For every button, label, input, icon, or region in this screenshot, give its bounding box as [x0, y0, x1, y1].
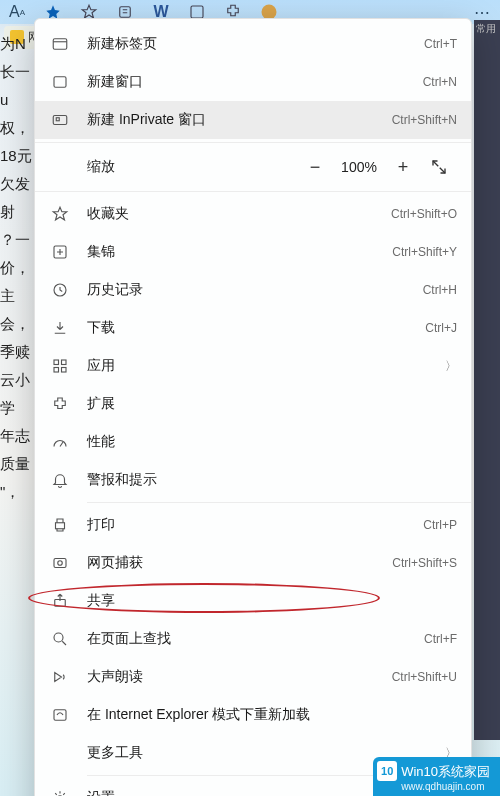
menu-label: 下载 — [87, 319, 425, 337]
capture-icon — [49, 552, 71, 574]
zoom-in-button[interactable]: + — [385, 149, 421, 185]
svg-rect-5 — [53, 116, 67, 125]
share-icon — [49, 590, 71, 612]
print-item[interactable]: 打印 Ctrl+P — [35, 506, 471, 544]
menu-label: 在 Internet Explorer 模式下重新加载 — [87, 706, 457, 724]
menu-label: 在页面上查找 — [87, 630, 424, 648]
menu-label: 应用 — [87, 357, 439, 375]
right-sidebar: 常用 — [474, 20, 500, 740]
menu-label: 大声朗读 — [87, 668, 392, 686]
collections-icon — [49, 241, 71, 263]
svg-rect-18 — [54, 710, 66, 721]
download-icon — [49, 317, 71, 339]
watermark-domain: www.qdhuajin.com — [401, 781, 490, 792]
svg-point-15 — [58, 561, 63, 566]
menu-label: 扩展 — [87, 395, 457, 413]
svg-rect-6 — [56, 118, 59, 121]
apps-icon — [49, 355, 71, 377]
menu-shortcut: Ctrl+P — [423, 518, 457, 532]
gauge-icon — [49, 431, 71, 453]
menu-label: 警报和提示 — [87, 471, 457, 489]
text-size-icon[interactable]: AA — [8, 3, 26, 21]
menu-shortcut: Ctrl+N — [423, 75, 457, 89]
menu-shortcut: Ctrl+Shift+O — [391, 207, 457, 221]
menu-shortcut: Ctrl+Shift+S — [392, 556, 457, 570]
separator — [35, 142, 471, 143]
bell-icon — [49, 469, 71, 491]
fullscreen-button[interactable] — [421, 149, 457, 185]
menu-label: 打印 — [87, 516, 423, 534]
svg-rect-10 — [62, 360, 67, 365]
history-item[interactable]: 历史记录 Ctrl+H — [35, 271, 471, 309]
menu-shortcut: Ctrl+Shift+U — [392, 670, 457, 684]
extensions-item[interactable]: 扩展 — [35, 385, 471, 423]
menu-label: 集锦 — [87, 243, 392, 261]
favorites-item[interactable]: 收藏夹 Ctrl+Shift+O — [35, 195, 471, 233]
new-window-item[interactable]: 新建窗口 Ctrl+N — [35, 63, 471, 101]
svg-rect-9 — [54, 360, 59, 365]
svg-rect-0 — [120, 7, 131, 18]
app-menu: 新建标签页 Ctrl+T 新建窗口 Ctrl+N 新建 InPrivate 窗口… — [34, 18, 472, 796]
separator — [35, 191, 471, 192]
puzzle-icon — [49, 393, 71, 415]
menu-label: 新建 InPrivate 窗口 — [87, 111, 392, 129]
new-inprivate-item[interactable]: 新建 InPrivate 窗口 Ctrl+Shift+N — [35, 101, 471, 139]
menu-shortcut: Ctrl+F — [424, 632, 457, 646]
menu-shortcut: Ctrl+J — [425, 321, 457, 335]
history-icon — [49, 279, 71, 301]
read-aloud-icon — [49, 666, 71, 688]
search-icon — [49, 628, 71, 650]
web-capture-item[interactable]: 网页捕获 Ctrl+Shift+S — [35, 544, 471, 582]
watermark-logo: 10 — [377, 761, 397, 781]
ie-mode-item[interactable]: 在 Internet Explorer 模式下重新加载 — [35, 696, 471, 734]
menu-label: 性能 — [87, 433, 457, 451]
read-aloud-item[interactable]: 大声朗读 Ctrl+Shift+U — [35, 658, 471, 696]
new-tab-icon — [49, 33, 71, 55]
new-tab-item[interactable]: 新建标签页 Ctrl+T — [35, 25, 471, 63]
apps-item[interactable]: 应用 〉 — [35, 347, 471, 385]
menu-label: 新建标签页 — [87, 35, 424, 53]
watermark: 10 Win10系统家园 www.qdhuajin.com — [373, 757, 500, 796]
svg-rect-12 — [62, 368, 67, 373]
new-window-icon — [49, 71, 71, 93]
menu-label: 网页捕获 — [87, 554, 392, 572]
zoom-row: 缩放 − 100% + — [35, 146, 471, 188]
menu-label: 历史记录 — [87, 281, 423, 299]
menu-label: 新建窗口 — [87, 73, 423, 91]
svg-rect-4 — [54, 77, 66, 88]
svg-rect-1 — [191, 6, 203, 18]
gear-icon — [49, 787, 71, 796]
menu-shortcut: Ctrl+H — [423, 283, 457, 297]
background-page-text: 为N长一u权，18元欠发射？一价，主会，季赎云小学年志质量"， — [0, 30, 34, 506]
zoom-value: 100% — [333, 159, 385, 175]
menu-label: 共享 — [87, 592, 457, 610]
more-icon[interactable]: ⋯ — [474, 3, 492, 21]
svg-rect-14 — [54, 559, 66, 568]
zoom-label: 缩放 — [87, 158, 297, 176]
sidebar-label: 常用 — [474, 20, 500, 36]
menu-label: 收藏夹 — [87, 205, 391, 223]
find-item[interactable]: 在页面上查找 Ctrl+F — [35, 620, 471, 658]
menu-shortcut: Ctrl+T — [424, 37, 457, 51]
star-icon — [49, 203, 71, 225]
alerts-item[interactable]: 警报和提示 — [35, 461, 471, 499]
inprivate-icon — [49, 109, 71, 131]
svg-rect-11 — [54, 368, 59, 373]
watermark-brand: Win10系统家园 — [401, 764, 490, 779]
chevron-right-icon: 〉 — [439, 358, 457, 375]
separator — [87, 502, 471, 503]
downloads-item[interactable]: 下载 Ctrl+J — [35, 309, 471, 347]
printer-icon — [49, 514, 71, 536]
svg-rect-3 — [53, 39, 67, 50]
collections-item[interactable]: 集锦 Ctrl+Shift+Y — [35, 233, 471, 271]
menu-shortcut: Ctrl+Shift+Y — [392, 245, 457, 259]
share-item[interactable]: 共享 — [35, 582, 471, 620]
ie-icon — [49, 704, 71, 726]
svg-point-17 — [54, 633, 63, 642]
svg-rect-13 — [56, 523, 65, 529]
zoom-out-button[interactable]: − — [297, 149, 333, 185]
performance-item[interactable]: 性能 — [35, 423, 471, 461]
menu-shortcut: Ctrl+Shift+N — [392, 113, 457, 127]
